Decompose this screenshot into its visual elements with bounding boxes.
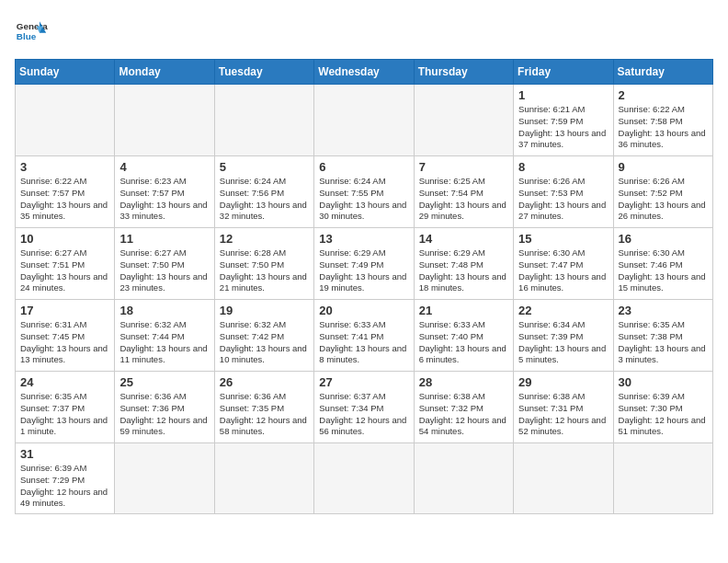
day-info: Sunrise: 6:35 AM Sunset: 7:37 PM Dayligh… [20, 391, 109, 438]
calendar-cell: 1Sunrise: 6:21 AM Sunset: 7:59 PM Daylig… [514, 85, 613, 156]
day-info: Sunrise: 6:30 AM Sunset: 7:46 PM Dayligh… [619, 247, 708, 294]
calendar-cell: 28Sunrise: 6:38 AM Sunset: 7:32 PM Dayli… [414, 372, 513, 443]
calendar-cell: 5Sunrise: 6:24 AM Sunset: 7:56 PM Daylig… [214, 156, 313, 228]
day-number: 1 [518, 88, 608, 102]
calendar-cell [115, 85, 214, 156]
day-info: Sunrise: 6:24 AM Sunset: 7:55 PM Dayligh… [319, 176, 408, 223]
day-info: Sunrise: 6:27 AM Sunset: 7:50 PM Dayligh… [119, 247, 209, 294]
day-number: 10 [20, 232, 109, 246]
calendar-cell: 26Sunrise: 6:36 AM Sunset: 7:35 PM Dayli… [214, 372, 313, 443]
calendar-cell: 7Sunrise: 6:25 AM Sunset: 7:54 PM Daylig… [414, 156, 513, 228]
day-info: Sunrise: 6:39 AM Sunset: 7:30 PM Dayligh… [619, 391, 708, 438]
calendar-cell: 23Sunrise: 6:35 AM Sunset: 7:38 PM Dayli… [613, 300, 712, 372]
day-info: Sunrise: 6:30 AM Sunset: 7:47 PM Dayligh… [518, 247, 608, 294]
calendar-cell: 3Sunrise: 6:22 AM Sunset: 7:57 PM Daylig… [16, 156, 115, 228]
week-row-6: 31Sunrise: 6:39 AM Sunset: 7:29 PM Dayli… [16, 443, 713, 514]
day-number: 2 [619, 88, 708, 102]
calendar-cell: 15Sunrise: 6:30 AM Sunset: 7:47 PM Dayli… [514, 228, 613, 300]
day-info: Sunrise: 6:26 AM Sunset: 7:53 PM Dayligh… [518, 176, 608, 223]
day-info: Sunrise: 6:38 AM Sunset: 7:32 PM Dayligh… [419, 391, 508, 438]
calendar-cell: 6Sunrise: 6:24 AM Sunset: 7:55 PM Daylig… [314, 156, 414, 228]
day-number: 26 [220, 375, 309, 389]
calendar-cell: 24Sunrise: 6:35 AM Sunset: 7:37 PM Dayli… [16, 372, 115, 443]
calendar-cell [613, 443, 712, 514]
day-info: Sunrise: 6:23 AM Sunset: 7:57 PM Dayligh… [119, 176, 209, 223]
calendar-cell [214, 85, 313, 156]
calendar-cell: 13Sunrise: 6:29 AM Sunset: 7:49 PM Dayli… [314, 228, 414, 300]
day-info: Sunrise: 6:36 AM Sunset: 7:36 PM Dayligh… [119, 391, 209, 438]
day-info: Sunrise: 6:34 AM Sunset: 7:39 PM Dayligh… [518, 319, 608, 366]
day-info: Sunrise: 6:35 AM Sunset: 7:38 PM Dayligh… [619, 319, 708, 366]
day-number: 15 [518, 232, 608, 246]
weekday-header-saturday: Saturday [613, 60, 712, 85]
calendar-cell: 4Sunrise: 6:23 AM Sunset: 7:57 PM Daylig… [115, 156, 214, 228]
day-info: Sunrise: 6:25 AM Sunset: 7:54 PM Dayligh… [419, 176, 508, 223]
calendar-cell: 19Sunrise: 6:32 AM Sunset: 7:42 PM Dayli… [214, 300, 313, 372]
day-info: Sunrise: 6:27 AM Sunset: 7:51 PM Dayligh… [20, 247, 109, 294]
day-number: 13 [319, 232, 408, 246]
calendar-cell: 9Sunrise: 6:26 AM Sunset: 7:52 PM Daylig… [613, 156, 712, 228]
calendar-cell [514, 443, 613, 514]
calendar-cell: 11Sunrise: 6:27 AM Sunset: 7:50 PM Dayli… [115, 228, 214, 300]
calendar-cell: 27Sunrise: 6:37 AM Sunset: 7:34 PM Dayli… [314, 372, 414, 443]
day-info: Sunrise: 6:32 AM Sunset: 7:42 PM Dayligh… [220, 319, 309, 366]
day-info: Sunrise: 6:37 AM Sunset: 7:34 PM Dayligh… [319, 391, 408, 438]
day-info: Sunrise: 6:38 AM Sunset: 7:31 PM Dayligh… [518, 391, 608, 438]
day-number: 30 [619, 375, 708, 389]
logo: General Blue [15, 15, 48, 48]
calendar-cell [314, 85, 414, 156]
weekday-header-wednesday: Wednesday [314, 60, 414, 85]
calendar-cell [214, 443, 313, 514]
day-info: Sunrise: 6:28 AM Sunset: 7:50 PM Dayligh… [220, 247, 309, 294]
calendar-cell [115, 443, 214, 514]
day-info: Sunrise: 6:21 AM Sunset: 7:59 PM Dayligh… [518, 104, 608, 151]
svg-text:Blue: Blue [17, 31, 37, 41]
day-info: Sunrise: 6:22 AM Sunset: 7:58 PM Dayligh… [619, 104, 708, 151]
weekday-header-sunday: Sunday [16, 60, 115, 85]
day-number: 23 [619, 304, 708, 317]
calendar-cell [414, 443, 513, 514]
calendar-cell: 21Sunrise: 6:33 AM Sunset: 7:40 PM Dayli… [414, 300, 513, 372]
day-number: 12 [220, 232, 309, 246]
week-row-3: 10Sunrise: 6:27 AM Sunset: 7:51 PM Dayli… [16, 228, 713, 300]
calendar-cell: 8Sunrise: 6:26 AM Sunset: 7:53 PM Daylig… [514, 156, 613, 228]
day-info: Sunrise: 6:24 AM Sunset: 7:56 PM Dayligh… [220, 176, 309, 223]
header: General Blue [15, 15, 713, 48]
weekday-header-tuesday: Tuesday [214, 60, 313, 85]
day-number: 7 [419, 160, 508, 174]
week-row-4: 17Sunrise: 6:31 AM Sunset: 7:45 PM Dayli… [16, 300, 713, 372]
day-number: 5 [220, 160, 309, 174]
weekday-header-monday: Monday [115, 60, 214, 85]
calendar-cell [314, 443, 414, 514]
day-info: Sunrise: 6:33 AM Sunset: 7:41 PM Dayligh… [319, 319, 408, 366]
day-info: Sunrise: 6:29 AM Sunset: 7:48 PM Dayligh… [419, 247, 508, 294]
calendar-cell: 22Sunrise: 6:34 AM Sunset: 7:39 PM Dayli… [514, 300, 613, 372]
logo-icon: General Blue [15, 15, 48, 48]
weekday-header-thursday: Thursday [414, 60, 513, 85]
day-number: 29 [518, 375, 608, 389]
day-number: 21 [419, 304, 508, 317]
day-number: 9 [619, 160, 708, 174]
day-number: 14 [419, 232, 508, 246]
calendar-cell [414, 85, 513, 156]
day-number: 17 [20, 304, 109, 317]
day-number: 31 [20, 447, 109, 461]
calendar-cell: 17Sunrise: 6:31 AM Sunset: 7:45 PM Dayli… [16, 300, 115, 372]
day-number: 28 [419, 375, 508, 389]
calendar-cell: 25Sunrise: 6:36 AM Sunset: 7:36 PM Dayli… [115, 372, 214, 443]
day-number: 11 [119, 232, 209, 246]
calendar-cell: 16Sunrise: 6:30 AM Sunset: 7:46 PM Dayli… [613, 228, 712, 300]
calendar-cell: 2Sunrise: 6:22 AM Sunset: 7:58 PM Daylig… [613, 85, 712, 156]
day-number: 20 [319, 304, 408, 317]
day-number: 25 [119, 375, 209, 389]
calendar-cell: 12Sunrise: 6:28 AM Sunset: 7:50 PM Dayli… [214, 228, 313, 300]
calendar-cell: 20Sunrise: 6:33 AM Sunset: 7:41 PM Dayli… [314, 300, 414, 372]
week-row-1: 1Sunrise: 6:21 AM Sunset: 7:59 PM Daylig… [16, 85, 713, 156]
day-info: Sunrise: 6:36 AM Sunset: 7:35 PM Dayligh… [220, 391, 309, 438]
calendar-cell [16, 85, 115, 156]
day-info: Sunrise: 6:26 AM Sunset: 7:52 PM Dayligh… [619, 176, 708, 223]
day-number: 24 [20, 375, 109, 389]
day-number: 22 [518, 304, 608, 317]
day-number: 18 [119, 304, 209, 317]
day-info: Sunrise: 6:39 AM Sunset: 7:29 PM Dayligh… [20, 463, 109, 510]
